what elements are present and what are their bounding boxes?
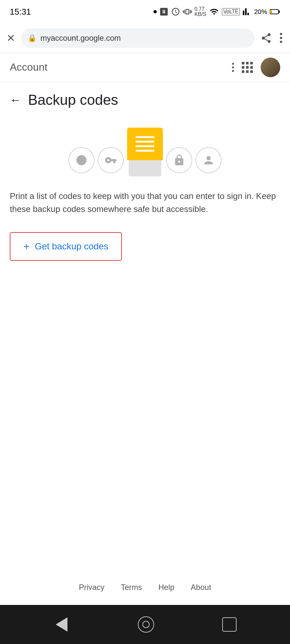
about-link[interactable]: About (191, 583, 211, 592)
url-bar[interactable]: 🔒 myaccount.google.com (21, 28, 254, 48)
alarm-icon (171, 7, 180, 16)
account-header-icons (232, 58, 280, 77)
account-header-title: Account (10, 61, 48, 73)
backup-paper-base (129, 160, 161, 176)
paper-line-3 (136, 145, 154, 147)
lock-security-icon (166, 147, 192, 173)
avatar[interactable] (261, 58, 280, 77)
status-icons: 0.77KB/S VoLTE 20% + (153, 7, 280, 17)
nav-home-button[interactable] (138, 616, 154, 633)
page-content: ← Backup codes (0, 82, 290, 293)
plus-icon: + (23, 241, 30, 252)
battery-icon: + (270, 8, 280, 15)
terms-link[interactable]: Terms (121, 583, 142, 592)
notification-dot (153, 10, 157, 13)
nav-back-button[interactable] (53, 616, 70, 633)
more-menu-button[interactable] (279, 32, 283, 44)
speed-icon: 0.77KB/S (195, 7, 206, 17)
back-navigation: ← Backup codes (10, 92, 280, 108)
get-backup-label: Get backup codes (35, 241, 109, 252)
volte-icon: VoLTE (222, 8, 240, 15)
share-icon[interactable] (260, 32, 272, 44)
back-button[interactable]: ← (10, 94, 22, 106)
description: Print a list of codes to keep with you t… (10, 189, 280, 216)
url-text: myaccount.google.com (40, 34, 121, 43)
home-circle-icon (142, 621, 150, 628)
status-time: 15:31 (10, 7, 31, 17)
back-triangle-icon (56, 617, 67, 632)
battery-text: 20% (254, 8, 267, 16)
paper-line-4 (136, 150, 154, 152)
avatar-image (261, 58, 280, 77)
status-bar: 15:31 0.77KB/S VoLTE 20% (0, 0, 290, 23)
security-icons-row (10, 121, 280, 173)
account-header: Account (0, 53, 290, 82)
get-backup-button-wrapper: + Get backup codes (10, 232, 122, 261)
get-backup-button[interactable]: + Get backup codes (12, 234, 120, 259)
paper-line-1 (136, 136, 154, 138)
password-icon (68, 147, 94, 173)
footer: Privacy Terms Help About (0, 583, 290, 592)
lock-icon: 🔒 (28, 34, 36, 42)
apps-icon[interactable] (242, 62, 253, 73)
page-title: Backup codes (28, 92, 118, 108)
privacy-link[interactable]: Privacy (79, 583, 105, 592)
close-tab-button[interactable]: ✕ (7, 33, 15, 43)
backup-paper-icon (127, 128, 163, 160)
svg-point-5 (80, 159, 83, 162)
account-more-button[interactable] (232, 63, 234, 72)
vibrate-icon (183, 7, 192, 16)
paper-line-2 (136, 141, 154, 143)
wifi-icon (209, 7, 219, 16)
help-link[interactable]: Help (158, 583, 174, 592)
bottom-nav-bar (0, 605, 290, 644)
person-icon (196, 147, 222, 173)
backup-codes-icon-active (127, 128, 163, 176)
browser-actions (260, 32, 283, 44)
browser-bar: ✕ 🔒 myaccount.google.com (0, 23, 290, 53)
nfc-icon (159, 7, 168, 16)
svg-text:+: + (271, 11, 272, 14)
svg-rect-2 (279, 11, 280, 13)
nav-recents-button[interactable] (222, 617, 237, 632)
key-icon (98, 147, 124, 173)
signal-icon (242, 7, 252, 16)
